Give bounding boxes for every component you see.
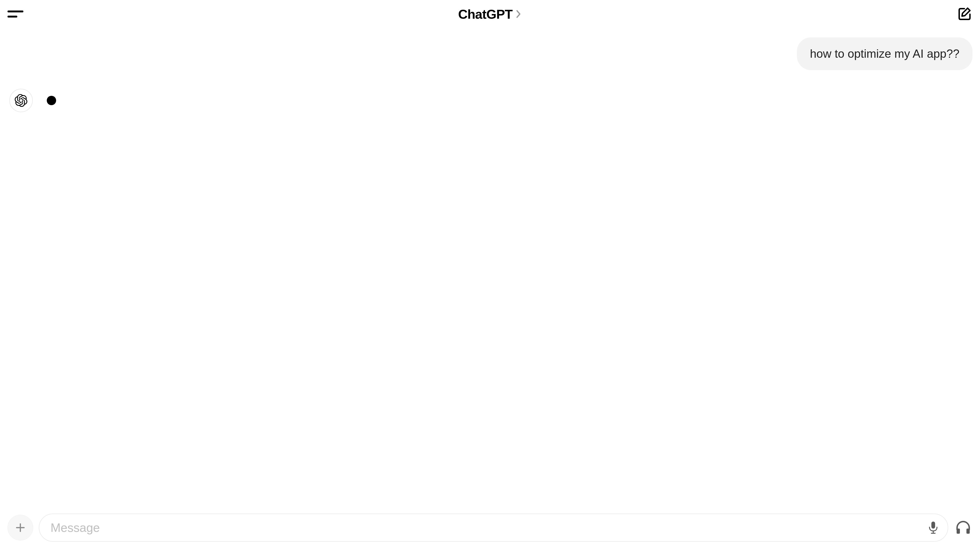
compose-icon <box>957 6 972 22</box>
menu-button[interactable] <box>8 8 23 20</box>
add-attachment-button[interactable] <box>8 515 33 540</box>
chevron-right-icon <box>515 10 522 19</box>
title-dropdown[interactable]: ChatGPT <box>458 6 522 22</box>
assistant-message-row <box>8 89 972 112</box>
microphone-button[interactable] <box>926 521 940 535</box>
microphone-icon <box>928 521 939 535</box>
compose-button[interactable] <box>957 6 972 22</box>
chat-area: how to optimize my AI app?? <box>0 28 980 509</box>
menu-icon <box>8 16 17 17</box>
headphones-icon <box>955 519 972 536</box>
app-title: ChatGPT <box>458 6 512 22</box>
user-message-bubble: how to optimize my AI app?? <box>797 37 972 70</box>
user-message-text: how to optimize my AI app?? <box>810 47 959 61</box>
svg-rect-0 <box>931 522 935 529</box>
message-input-container <box>39 514 948 541</box>
message-input[interactable] <box>51 521 926 535</box>
svg-rect-2 <box>966 529 970 534</box>
header: ChatGPT <box>0 0 980 28</box>
headphones-button[interactable] <box>954 518 972 537</box>
typing-indicator-icon <box>47 96 56 105</box>
plus-icon <box>15 522 26 533</box>
openai-logo-icon <box>14 94 28 107</box>
assistant-avatar <box>10 89 33 112</box>
input-bar <box>0 509 980 551</box>
menu-icon <box>8 11 23 13</box>
svg-rect-1 <box>957 529 960 534</box>
